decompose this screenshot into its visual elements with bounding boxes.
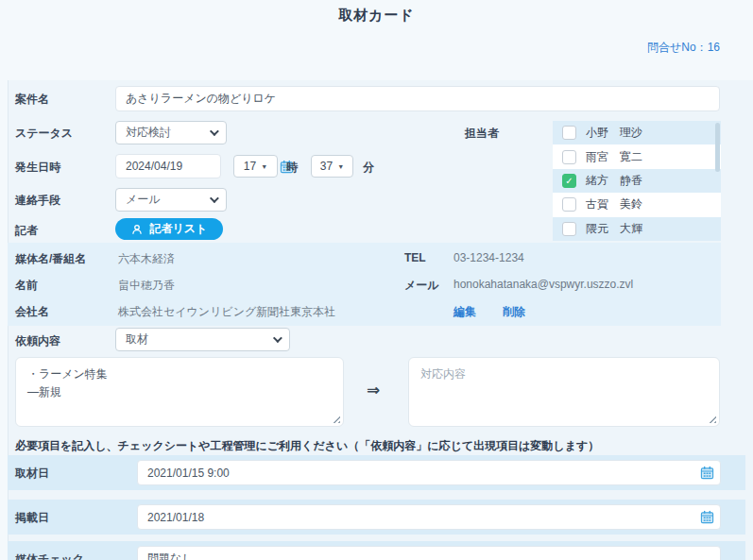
hour-unit-label: 時: [286, 160, 298, 176]
publish-date-row: 掲載日: [8, 500, 745, 535]
media-check-row: 媒体チェック: [8, 541, 745, 560]
reporter-list-button[interactable]: 記者リスト: [115, 218, 223, 240]
delete-link[interactable]: 削除: [503, 304, 525, 320]
coverage-date-input[interactable]: [147, 467, 693, 480]
assignee-row[interactable]: 小野 理沙: [553, 121, 721, 144]
caret-down-icon: ▼: [337, 163, 344, 170]
status-select-value: 対応検討: [126, 125, 204, 141]
assignee-checkbox[interactable]: [562, 150, 576, 164]
hour-select-value: 17: [244, 160, 256, 173]
edit-link[interactable]: 編集: [454, 304, 476, 320]
reporter-list-button-label: 記者リスト: [150, 221, 208, 237]
contact-method-label: 連絡手段: [15, 193, 60, 209]
assignee-name: 古賀 美鈴: [586, 196, 642, 212]
reporter-label: 記者: [15, 223, 38, 239]
status-label: ステータス: [15, 126, 73, 142]
minute-select[interactable]: 37 ▼: [311, 155, 353, 178]
assignee-checkbox[interactable]: [562, 126, 576, 140]
contact-method-select[interactable]: メール: [115, 188, 227, 212]
request-type-value: 取材: [126, 331, 267, 348]
mail-value: honokahatanaka@vspwyr.uszzo.zvl: [454, 278, 633, 291]
occurred-at-label: 発生日時: [15, 160, 60, 176]
tel-label: TEL: [404, 251, 426, 264]
request-type-select[interactable]: 取材: [115, 328, 290, 351]
coverage-date-label: 取材日: [15, 466, 49, 482]
assignees-label: 担当者: [465, 126, 499, 142]
assignee-checkbox[interactable]: [562, 174, 576, 188]
assignee-name: 雨宮 寛二: [586, 149, 642, 165]
instruction-note: 必要項目を記入し、チェックシートや工程管理にご利用ください（「依頼内容」に応じて…: [15, 438, 599, 454]
request-type-label: 依頼内容: [15, 333, 60, 349]
response-area: [408, 357, 720, 427]
contact-info-block: 媒体名/番組名 六本木経済 TEL 03-1234-1234 名前 畠中穂乃香 …: [8, 243, 721, 326]
calendar-icon[interactable]: [700, 466, 714, 480]
assignee-name: 緒方 静香: [586, 173, 642, 189]
case-name-field[interactable]: [115, 86, 720, 111]
tel-value: 03-1234-1234: [454, 251, 524, 264]
assignee-name: 隈元 大輝: [586, 221, 642, 237]
coverage-date-row: 取材日: [8, 455, 745, 490]
case-name-label: 案件名: [15, 92, 49, 108]
person-name-value: 畠中穂乃香: [118, 278, 175, 294]
status-select[interactable]: 対応検討: [115, 121, 227, 144]
flow-arrow-icon: ⇒: [367, 381, 380, 400]
person-name-label: 名前: [15, 278, 38, 294]
mail-label: メール: [404, 278, 439, 294]
coverage-card-page: 取材カード 問合せNo：16 案件名 ステータス 対応検討 担当者 小野 理沙 …: [0, 0, 753, 560]
assignee-row[interactable]: 古賀 美鈴: [553, 193, 721, 216]
media-check-input[interactable]: [147, 552, 710, 560]
assignee-row[interactable]: 雨宮 寛二: [553, 144, 721, 168]
occurred-date-field[interactable]: [115, 154, 221, 178]
publish-date-field[interactable]: [137, 504, 721, 530]
caret-down-icon: ▼: [261, 163, 267, 170]
case-name-input[interactable]: [126, 93, 710, 106]
company-name-label: 会社名: [15, 304, 49, 320]
media-check-field[interactable]: [137, 546, 721, 560]
chevron-down-icon: [210, 127, 219, 136]
assignee-list-scrollbar[interactable]: [715, 123, 720, 172]
chevron-down-icon: [273, 333, 282, 343]
assignee-checkbox[interactable]: [562, 197, 576, 212]
publish-date-input[interactable]: [147, 511, 693, 524]
hour-select[interactable]: 17 ▼: [233, 155, 278, 178]
minute-unit-label: 分: [363, 160, 374, 176]
assignee-name: 小野 理沙: [586, 125, 642, 141]
media-name-label: 媒体名/番組名: [15, 251, 86, 267]
chevron-down-icon: [210, 194, 219, 203]
coverage-date-field[interactable]: [137, 460, 721, 485]
assignee-list: 小野 理沙 雨宮 寛二 緒方 静香 古賀 美鈴 隈元 大輝: [553, 121, 721, 241]
assignee-row[interactable]: 緒方 静香: [553, 169, 721, 193]
calendar-icon[interactable]: [700, 510, 714, 524]
company-name-value: 株式会社セイウンリビング新聞社東京本社: [118, 304, 335, 320]
assignee-checkbox[interactable]: [562, 222, 576, 236]
person-icon: [131, 224, 143, 235]
response-textarea[interactable]: [409, 358, 719, 426]
assignee-row[interactable]: 隈元 大輝: [553, 217, 721, 241]
page-title: 取材カード: [0, 7, 753, 25]
publish-date-label: 掲載日: [15, 510, 49, 526]
contact-method-value: メール: [126, 192, 204, 208]
request-detail-textarea[interactable]: [16, 358, 343, 426]
request-detail-area: [15, 357, 344, 427]
inquiry-number: 問合せNo：16: [647, 40, 720, 56]
minute-select-value: 37: [320, 160, 333, 173]
media-name-value: 六本木経済: [118, 251, 175, 267]
media-check-label: 媒体チェック: [15, 552, 84, 560]
